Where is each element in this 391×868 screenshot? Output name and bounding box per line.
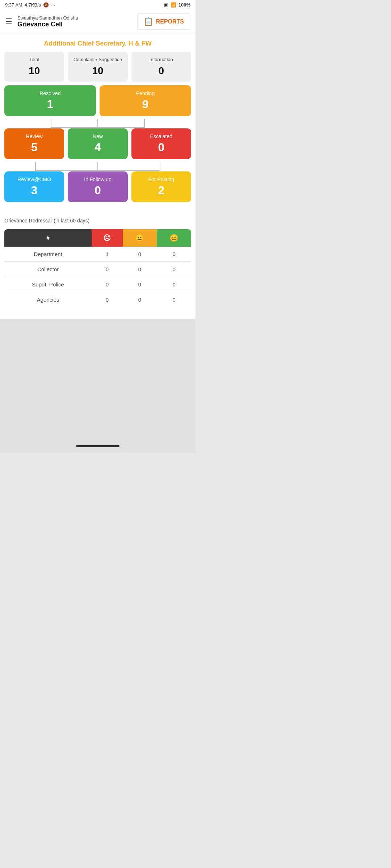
- escalated-box[interactable]: Escalated 0: [131, 128, 191, 159]
- bottom-area: [0, 319, 196, 442]
- status-right: ▣ 📶 100%: [164, 2, 190, 8]
- redressal-section: Grievance Redressal (in last 60 days) # …: [0, 209, 196, 311]
- row-name: Supdt. Police: [4, 277, 92, 292]
- summary-card-information[interactable]: Information 0: [131, 52, 191, 82]
- table-body: Department 1 0 0 Collector 0 0 0 Supdt. …: [4, 247, 191, 307]
- row-name: Collector: [4, 261, 92, 277]
- table-row[interactable]: Supdt. Police 0 0 0: [4, 277, 191, 292]
- summary-cards-row: Total 10 Complaint / Suggestion 10 Infor…: [0, 52, 196, 85]
- row3-boxes: Review@CMO 3 In Follow up 0 For Posting …: [4, 171, 191, 202]
- mute-icon: 🔕: [43, 2, 49, 8]
- pending-box[interactable]: Pending 9: [100, 85, 191, 116]
- information-label: Information: [134, 57, 189, 63]
- pending-label: Pending: [102, 90, 189, 96]
- in-followup-label: In Follow up: [70, 176, 125, 182]
- resolved-label: Resolved: [7, 90, 94, 96]
- new-box[interactable]: New 4: [68, 128, 127, 159]
- review-cmo-box[interactable]: Review@CMO 3: [4, 171, 64, 202]
- escalated-label: Escalated: [134, 133, 189, 139]
- for-posting-label: For Posting: [134, 176, 189, 182]
- reports-button[interactable]: 📋 REPORTS: [137, 13, 190, 30]
- neutral-smiley: 😐: [135, 234, 144, 242]
- resolved-value: 1: [7, 98, 94, 111]
- review-cmo-label: Review@CMO: [7, 176, 62, 182]
- row2-boxes: Review 5 New 4 Escalated 0: [4, 128, 191, 159]
- row-bad: 1: [92, 247, 122, 262]
- complaint-value: 10: [70, 65, 125, 77]
- row-name: Department: [4, 247, 92, 262]
- complaint-label: Complaint / Suggestion: [70, 57, 125, 63]
- row-mid: 0: [123, 247, 157, 262]
- row-bad: 0: [92, 277, 122, 292]
- main-content: Additional Chief Secretary. H & FW Total…: [0, 34, 196, 319]
- hamburger-menu[interactable]: ☰: [5, 17, 12, 26]
- reports-icon: 📋: [143, 17, 153, 26]
- header-title: Grievance Cell: [17, 21, 78, 28]
- row1-boxes: Resolved 1 Pending 9: [4, 85, 191, 116]
- total-value: 10: [7, 65, 62, 77]
- summary-card-total[interactable]: Total 10: [4, 52, 64, 82]
- row-good: 0: [157, 292, 191, 307]
- connector-2-3: [4, 162, 191, 171]
- information-value: 0: [134, 65, 189, 77]
- row-bad: 0: [92, 292, 122, 307]
- table-row[interactable]: Collector 0 0 0: [4, 261, 191, 277]
- reports-label: REPORTS: [156, 18, 184, 25]
- escalated-value: 0: [134, 141, 189, 154]
- bottom-indicator: [76, 445, 119, 447]
- row-name: Agencies: [4, 292, 92, 307]
- header: ☰ Swasthya Samadhan Odisha Grievance Cel…: [0, 10, 196, 34]
- header-title-block: Swasthya Samadhan Odisha Grievance Cell: [17, 15, 78, 28]
- in-followup-value: 0: [70, 184, 125, 197]
- header-subtitle: Swasthya Samadhan Odisha: [17, 15, 78, 21]
- redressal-title: Grievance Redressal (in last 60 days): [4, 216, 191, 224]
- for-posting-box[interactable]: For Posting 2: [131, 171, 191, 202]
- network-speed: 4.7KB/s: [25, 2, 41, 8]
- bottom-nav-bar: [0, 442, 196, 453]
- col-mid: 😐: [123, 229, 157, 247]
- row-bad: 0: [92, 261, 122, 277]
- row-good: 0: [157, 247, 191, 262]
- wifi-icon: 📶: [171, 2, 176, 8]
- row-mid: 0: [123, 261, 157, 277]
- table-row[interactable]: Agencies 0 0 0: [4, 292, 191, 307]
- time: 9:37 AM: [5, 2, 22, 8]
- connector-1-2: [4, 119, 191, 128]
- tree-structure: Resolved 1 Pending 9 Review 5: [0, 85, 196, 202]
- for-posting-value: 2: [134, 184, 189, 197]
- in-followup-box[interactable]: In Follow up 0: [68, 171, 127, 202]
- row-good: 0: [157, 277, 191, 292]
- new-value: 4: [70, 141, 125, 154]
- row-mid: 0: [123, 277, 157, 292]
- col-good: 😊: [157, 229, 191, 247]
- review-cmo-value: 3: [7, 184, 62, 197]
- resolved-box[interactable]: Resolved 1: [4, 85, 96, 116]
- redressal-subtitle: (in last 60 days): [54, 218, 89, 224]
- sad-smiley: ☹: [103, 234, 111, 242]
- col-hash: #: [4, 229, 92, 247]
- screen-icon: ▣: [164, 2, 168, 8]
- redressal-table: # ☹ 😐 😊 Department 1 0 0: [4, 229, 191, 307]
- col-bad: ☹: [92, 229, 122, 247]
- dots-icon: ···: [51, 2, 55, 8]
- status-left: 9:37 AM 4.7KB/s 🔕 ···: [5, 2, 55, 8]
- page-heading: Additional Chief Secretary. H & FW: [0, 34, 196, 52]
- review-label: Review: [7, 133, 62, 139]
- pending-value: 9: [102, 98, 189, 111]
- header-left: ☰ Swasthya Samadhan Odisha Grievance Cel…: [5, 15, 78, 28]
- review-box[interactable]: Review 5: [4, 128, 64, 159]
- table-row[interactable]: Department 1 0 0: [4, 247, 191, 262]
- summary-card-complaint[interactable]: Complaint / Suggestion 10: [68, 52, 127, 82]
- battery: 100%: [178, 2, 190, 8]
- review-value: 5: [7, 141, 62, 154]
- status-bar: 9:37 AM 4.7KB/s 🔕 ··· ▣ 📶 100%: [0, 0, 196, 10]
- new-label: New: [70, 133, 125, 139]
- row-mid: 0: [123, 292, 157, 307]
- row-good: 0: [157, 261, 191, 277]
- total-label: Total: [7, 57, 62, 63]
- table-header: # ☹ 😐 😊: [4, 229, 191, 247]
- happy-smiley: 😊: [169, 234, 178, 242]
